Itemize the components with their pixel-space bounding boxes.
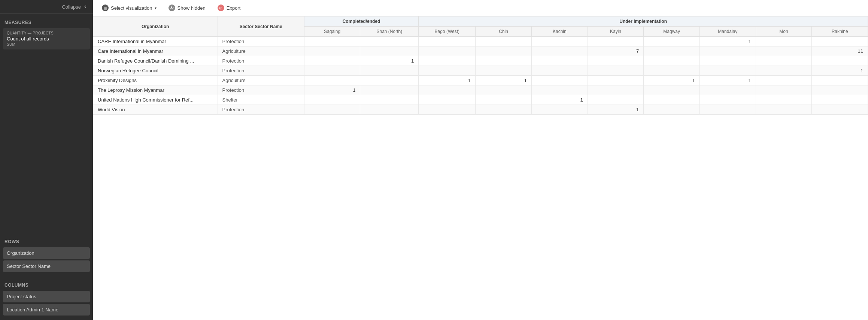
value-cell bbox=[588, 76, 644, 85]
value-cell bbox=[304, 76, 360, 85]
value-cell bbox=[304, 37, 360, 46]
viz-icon: ▦ bbox=[102, 4, 109, 11]
value-cell bbox=[419, 37, 476, 46]
col-chin: Chin bbox=[476, 27, 532, 37]
org-cell: United Nations High Commissioner for Ref… bbox=[93, 95, 218, 105]
col-rakhine: Rakhine bbox=[812, 27, 868, 37]
value-cell bbox=[644, 37, 700, 46]
table-row: CARE International in MyanmarProtection1 bbox=[93, 37, 868, 46]
value-cell bbox=[476, 85, 532, 95]
value-cell bbox=[419, 56, 476, 66]
rows-title: Rows bbox=[0, 233, 93, 247]
value-cell bbox=[476, 56, 532, 66]
value-cell bbox=[419, 85, 476, 95]
value-cell: 1 bbox=[588, 105, 644, 115]
value-cell bbox=[756, 95, 812, 105]
value-cell bbox=[532, 56, 588, 66]
collapse-icon bbox=[82, 4, 88, 10]
value-cell bbox=[532, 46, 588, 56]
value-cell bbox=[304, 56, 360, 66]
value-cell bbox=[812, 105, 868, 115]
value-cell bbox=[304, 66, 360, 76]
value-cell bbox=[812, 95, 868, 105]
value-cell bbox=[588, 37, 644, 46]
sector-cell: Agriculture bbox=[218, 46, 304, 56]
value-cell bbox=[532, 76, 588, 85]
value-cell bbox=[812, 56, 868, 66]
value-cell bbox=[304, 46, 360, 56]
value-cell bbox=[812, 85, 868, 95]
org-cell: World Vision bbox=[93, 105, 218, 115]
sector-cell: Shelter bbox=[218, 95, 304, 105]
col-mandalay: Mandalay bbox=[699, 27, 756, 37]
sector-cell: Protection bbox=[218, 56, 304, 66]
columns-title: Columns bbox=[0, 277, 93, 291]
measure-label: QUANTITY — PROJECTS bbox=[7, 31, 86, 35]
value-cell bbox=[588, 56, 644, 66]
row-item-organization[interactable]: Organization bbox=[3, 247, 90, 259]
value-cell bbox=[419, 66, 476, 76]
export-label: Export bbox=[227, 5, 241, 11]
sidebar: Collapse Measures QUANTITY — PROJECTS Co… bbox=[0, 0, 93, 320]
table-row: Norwegian Refugee CouncilProtection1 bbox=[93, 66, 868, 76]
sidebar-header: Collapse bbox=[0, 0, 93, 14]
value-cell bbox=[419, 46, 476, 56]
table-body: CARE International in MyanmarProtection1… bbox=[93, 37, 868, 115]
value-cell bbox=[360, 46, 419, 56]
org-cell: Proximity Designs bbox=[93, 76, 218, 85]
value-cell bbox=[532, 66, 588, 76]
value-cell bbox=[476, 95, 532, 105]
table-row: World VisionProtection1 bbox=[93, 105, 868, 115]
org-cell: The Leprosy Mission Myanmar bbox=[93, 85, 218, 95]
export-button[interactable]: ⊕ Export bbox=[215, 3, 244, 13]
export-icon: ⊕ bbox=[218, 4, 224, 11]
value-cell bbox=[699, 56, 756, 66]
value-cell bbox=[812, 76, 868, 85]
show-hidden-button[interactable]: 👁 Show hidden bbox=[166, 3, 209, 13]
org-cell: Care International in Myanmar bbox=[93, 46, 218, 56]
value-cell bbox=[419, 95, 476, 105]
value-cell bbox=[756, 76, 812, 85]
sector-col-header: Sector Sector Name bbox=[218, 16, 304, 37]
value-cell: 1 bbox=[419, 76, 476, 85]
value-cell bbox=[756, 46, 812, 56]
value-cell: 1 bbox=[699, 76, 756, 85]
value-cell: 1 bbox=[699, 37, 756, 46]
sector-cell: Protection bbox=[218, 66, 304, 76]
pivot-table: Organization Sector Sector Name Complete… bbox=[93, 16, 868, 115]
collapse-button[interactable]: Collapse bbox=[62, 4, 88, 10]
value-cell bbox=[360, 76, 419, 85]
completed-group-header: Completed/ended bbox=[304, 16, 418, 27]
measure-card[interactable]: QUANTITY — PROJECTS Count of all records… bbox=[3, 28, 90, 49]
under-impl-group-header: Under implementation bbox=[419, 16, 868, 27]
group-header-row: Organization Sector Sector Name Complete… bbox=[93, 16, 868, 27]
value-cell: 1 bbox=[532, 95, 588, 105]
value-cell bbox=[699, 46, 756, 56]
column-item-project-status[interactable]: Project status bbox=[3, 291, 90, 302]
value-cell bbox=[756, 66, 812, 76]
value-cell: 1 bbox=[812, 66, 868, 76]
col-sagaing: Sagaing bbox=[304, 27, 360, 37]
sector-cell: Protection bbox=[218, 85, 304, 95]
eye-icon: 👁 bbox=[169, 4, 175, 11]
value-cell bbox=[644, 56, 700, 66]
table-row: United Nations High Commissioner for Ref… bbox=[93, 95, 868, 105]
value-cell bbox=[588, 66, 644, 76]
measure-value: Count of all records bbox=[7, 36, 86, 42]
columns-section: Project status Location Admin 1 Name bbox=[0, 291, 93, 320]
table-row: Danish Refugee Council/Danish Demining .… bbox=[93, 56, 868, 66]
value-cell bbox=[304, 95, 360, 105]
value-cell: 1 bbox=[476, 76, 532, 85]
value-cell: 11 bbox=[812, 46, 868, 56]
row-item-sector[interactable]: Sector Sector Name bbox=[3, 260, 90, 272]
select-viz-label: Select visualization bbox=[111, 5, 152, 11]
value-cell bbox=[699, 85, 756, 95]
value-cell bbox=[360, 66, 419, 76]
value-cell bbox=[304, 105, 360, 115]
select-visualization-button[interactable]: ▦ Select visualization ▾ bbox=[99, 3, 160, 13]
column-item-location-admin[interactable]: Location Admin 1 Name bbox=[3, 304, 90, 316]
value-cell: 1 bbox=[304, 85, 360, 95]
value-cell bbox=[756, 85, 812, 95]
table-row: Proximity DesignsAgriculture1111 bbox=[93, 76, 868, 85]
rows-section: Organization Sector Sector Name bbox=[0, 247, 93, 277]
